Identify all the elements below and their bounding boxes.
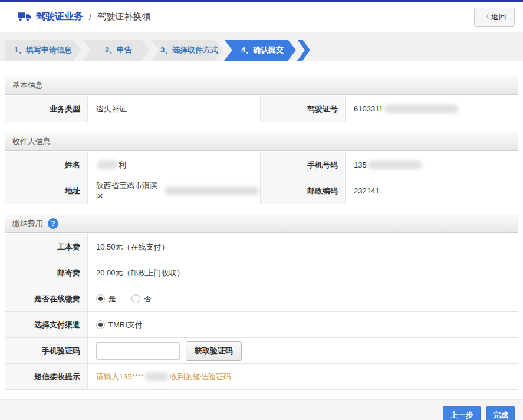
page-title: 驾驶证补换领 bbox=[97, 11, 150, 22]
sms-tip-label: 短信接收提示 bbox=[5, 364, 88, 389]
table-row: 手机验证码 获取验证码 bbox=[5, 338, 518, 364]
payment-channel-options: TMRI支付 bbox=[88, 312, 518, 337]
redaction-blur bbox=[165, 186, 259, 195]
tab-step-1[interactable]: 1、填写申请信息 bbox=[5, 40, 81, 61]
table-row: 工本费 10.50元（在线支付） bbox=[5, 234, 518, 260]
sms-code-label: 手机验证码 bbox=[5, 338, 88, 363]
back-button[interactable]: 〈 返回 bbox=[474, 8, 515, 27]
section-payment-header: 缴纳费用 ? bbox=[5, 214, 518, 233]
zip-label: 邮政编码 bbox=[260, 178, 346, 204]
business-type-value: 遗失补证 bbox=[88, 96, 260, 122]
name-value: 利 bbox=[88, 152, 260, 178]
redaction-blur bbox=[97, 160, 117, 169]
postage-fee-label: 邮寄费 bbox=[5, 260, 88, 286]
radio-yes-label[interactable]: 是 bbox=[108, 294, 116, 304]
step-tab-bar: 1、填写申请信息 2、申告 3、选择取件方式 4、确认提交 bbox=[0, 32, 523, 61]
breadcrumb: 驾驶证业务 / 驾驶证补换领 bbox=[18, 11, 150, 23]
sms-code-field: 获取验证码 bbox=[88, 338, 518, 363]
production-fee-value: 10.50元（在线支付） bbox=[88, 234, 518, 260]
breadcrumb-separator: / bbox=[88, 12, 93, 22]
section-payment-title: 缴纳费用 bbox=[12, 218, 43, 229]
address-value: 陕西省宝鸡市渭滨区 bbox=[88, 178, 260, 204]
pay-online-options: 是 否 bbox=[88, 286, 518, 311]
main-content: 基本信息 业务类型 遗失补证 驾驶证号 6103311 bbox=[0, 61, 523, 390]
sms-tip-text: 请输入135**** 收到的短信验证码 bbox=[88, 364, 518, 389]
radio-no[interactable] bbox=[131, 294, 140, 303]
back-button-label: 返回 bbox=[491, 12, 506, 22]
redaction-blur bbox=[368, 160, 422, 169]
section-basic-info: 基本信息 业务类型 遗失补证 驾驶证号 6103311 bbox=[5, 76, 518, 122]
zip-value: 232141 bbox=[346, 178, 518, 204]
pay-online-label: 是否在线缴费 bbox=[5, 286, 88, 311]
section-recipient-info-title: 收件人信息 bbox=[12, 136, 51, 147]
table-row: 地址 陕西省宝鸡市渭滨区 邮政编码 232141 bbox=[5, 178, 518, 204]
table-row: 选择支付渠道 TMRI支付 bbox=[5, 312, 518, 338]
production-fee-label: 工本费 bbox=[5, 234, 88, 260]
finish-button[interactable]: 完成 bbox=[486, 406, 515, 420]
phone-label: 手机号码 bbox=[260, 152, 346, 178]
payment-channel-label: 选择支付渠道 bbox=[5, 312, 88, 337]
table-row: 邮寄费 20.00元（邮政上门收取） bbox=[5, 260, 518, 286]
active-tab-arrow-icon bbox=[297, 40, 310, 61]
table-row: 姓名 利 手机号码 135 bbox=[5, 152, 518, 178]
truck-icon bbox=[18, 12, 31, 22]
license-number-label: 驾驶证号 bbox=[260, 96, 346, 122]
license-number-value: 6103311 bbox=[346, 96, 518, 122]
footer-action-bar: 上一步 完成 bbox=[0, 399, 523, 420]
table-row: 是否在线缴费 是 否 bbox=[5, 286, 518, 312]
section-basic-info-header: 基本信息 bbox=[5, 76, 518, 95]
tab-step-2[interactable]: 2、申告 bbox=[83, 40, 150, 61]
table-row: 业务类型 遗失补证 驾驶证号 6103311 bbox=[5, 96, 518, 122]
radio-no-label[interactable]: 否 bbox=[144, 294, 152, 304]
redaction-blur bbox=[384, 104, 458, 113]
business-type-label: 业务类型 bbox=[5, 96, 88, 122]
postage-fee-value: 20.00元（邮政上门收取） bbox=[88, 260, 518, 286]
tab-step-3[interactable]: 3、选择取件方式 bbox=[151, 40, 223, 61]
section-basic-info-title: 基本信息 bbox=[12, 80, 43, 91]
phone-value: 135 bbox=[346, 152, 518, 178]
get-code-button[interactable]: 获取验证码 bbox=[186, 341, 242, 361]
chevron-left-icon: 〈 bbox=[482, 12, 489, 22]
radio-yes[interactable] bbox=[96, 294, 105, 303]
previous-step-button[interactable]: 上一步 bbox=[443, 406, 481, 420]
app-title: 驾驶证业务 bbox=[36, 11, 83, 23]
top-header: 驾驶证业务 / 驾驶证补换领 〈 返回 bbox=[0, 2, 523, 32]
help-icon[interactable]: ? bbox=[48, 218, 58, 229]
section-recipient-info-header: 收件人信息 bbox=[5, 132, 518, 151]
radio-tmri-label[interactable]: TMRI支付 bbox=[108, 320, 143, 330]
name-label: 姓名 bbox=[5, 152, 88, 178]
redaction-blur bbox=[145, 372, 169, 381]
address-label: 地址 bbox=[5, 178, 88, 204]
radio-tmri[interactable] bbox=[96, 320, 105, 329]
section-recipient-info: 收件人信息 姓名 利 手机号码 135 bbox=[5, 132, 518, 204]
tab-step-4-active[interactable]: 4、确认提交 bbox=[224, 40, 296, 61]
section-payment: 缴纳费用 ? 工本费 10.50元（在线支付） 邮寄费 20.00元（邮政上门收… bbox=[5, 214, 518, 390]
table-row: 短信接收提示 请输入135**** 收到的短信验证码 bbox=[5, 364, 518, 390]
sms-code-input[interactable] bbox=[96, 342, 180, 360]
